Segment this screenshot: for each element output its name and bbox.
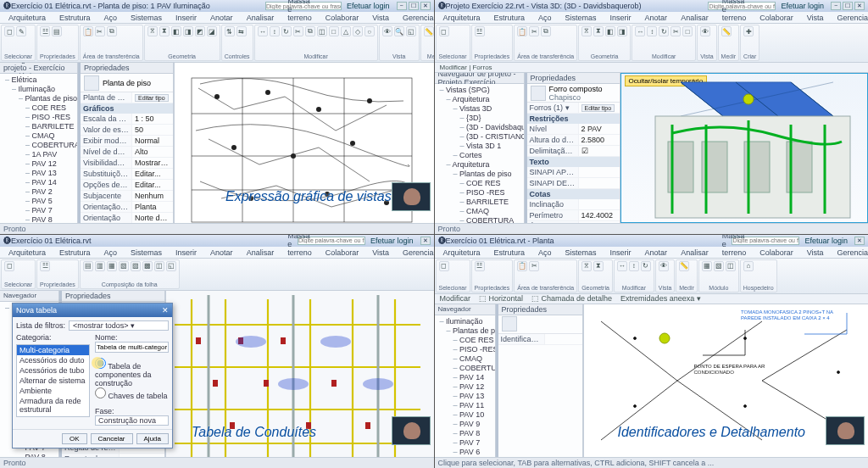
property-row[interactable]: Recorte de anotação xyxy=(62,454,164,458)
tree-node[interactable]: COE RES xyxy=(5,103,75,113)
property-row[interactable]: OrientaçãoNorte do projeto xyxy=(81,213,173,223)
max-button[interactable]: ☐ xyxy=(843,2,853,10)
ribbon-tab[interactable]: Gerenciar xyxy=(834,248,868,258)
filter-dropdown[interactable]: <mostrar todos> ▾ xyxy=(69,320,169,331)
ribbon-button[interactable]: ✚ xyxy=(743,26,754,36)
ribbon-button[interactable]: ⇅ xyxy=(225,26,235,36)
ribbon-tab[interactable]: Arquitetura xyxy=(5,13,49,23)
ribbon-tab[interactable]: Gerenciar xyxy=(399,248,433,258)
ribbon-button[interactable]: 📏 xyxy=(679,261,689,271)
tree-node[interactable]: COBERTURA xyxy=(440,216,522,223)
type-selector[interactable]: Planta de piso: 1 PAV... ▾ xyxy=(81,92,132,103)
ribbon-button[interactable]: 📋 xyxy=(517,26,527,36)
category-item[interactable]: Alternar de sistema xyxy=(17,376,89,386)
tree-node[interactable]: PAV 14 xyxy=(5,178,75,187)
ribbon-tab[interactable]: Vista xyxy=(369,13,392,23)
ribbon-button[interactable]: ↔ xyxy=(258,26,268,36)
ribbon-tab[interactable]: Analisar xyxy=(677,13,712,23)
category-item[interactable]: Armadura do caminho estrutural xyxy=(17,415,89,417)
property-row[interactable]: SubjacenteNenhum xyxy=(81,191,173,202)
ribbon-tab[interactable]: Sistemas xyxy=(127,248,165,258)
ribbon-tab[interactable]: Inserir xyxy=(607,13,635,23)
ribbon-button[interactable]: ⧉ xyxy=(305,26,315,36)
ribbon-tab[interactable]: Anotar xyxy=(642,13,671,23)
tree-node[interactable]: PAV 7 xyxy=(5,206,75,215)
ribbon-button[interactable]: ⧉ xyxy=(541,26,551,36)
ribbon-button[interactable]: 👁 xyxy=(659,261,669,271)
option-item[interactable]: Modificar xyxy=(440,294,471,303)
tree-node[interactable]: Cortes xyxy=(440,151,522,160)
ribbon-tab[interactable]: Vista xyxy=(369,248,392,258)
project-browser-tree[interactable]: ElétricaIluminaçãoPlantas de pisoCOE RES… xyxy=(0,74,77,223)
ribbon-tab[interactable]: Arquitetura xyxy=(440,13,484,23)
tree-node[interactable]: PAV 8 xyxy=(5,215,75,223)
properties-header[interactable]: Propriedades xyxy=(498,304,582,315)
ribbon-button[interactable]: 👁 xyxy=(700,26,710,36)
close-button[interactable]: ✕ xyxy=(854,2,865,10)
drawing-canvas[interactable]: Expressão gráfica de vistas xyxy=(174,63,434,223)
project-browser-header[interactable]: Navegador de projeto - Exercício 01 Elét… xyxy=(0,63,77,74)
ribbon-button[interactable]: ✂ xyxy=(529,26,539,36)
category-list[interactable]: Multi-categoriaAcessórios do dutoAcessór… xyxy=(16,344,90,417)
tree-node[interactable]: Plantas de piso xyxy=(440,326,493,336)
login-link[interactable]: Efetuar login xyxy=(781,2,824,10)
ribbon-button[interactable]: 🔍 xyxy=(394,26,404,36)
ribbon-tab[interactable]: Aço xyxy=(101,13,121,23)
ribbon-button[interactable]: ✂ xyxy=(293,26,303,36)
property-row[interactable]: Substituições Vi...Editar... xyxy=(81,169,173,180)
close-button[interactable]: ✕ xyxy=(854,237,865,245)
ribbon-button[interactable]: ◻ xyxy=(4,261,14,271)
ok-button[interactable]: OK xyxy=(62,433,87,444)
ribbon-button[interactable]: ◪ xyxy=(207,26,217,36)
titlebar[interactable]: 🅡 Exercício 01 Elétrica.rvt - Planta de … xyxy=(0,0,434,12)
tree-node[interactable]: CMAQ xyxy=(440,354,493,364)
close-button[interactable]: ✕ xyxy=(420,2,431,10)
tree-node[interactable]: COBERTURA xyxy=(5,141,75,150)
project-browser-tree[interactable]: IluminaçãoPlantas de pisoCOE RESPISO -RE… xyxy=(435,315,495,458)
tree-node[interactable]: BARRILETE xyxy=(440,198,522,207)
ribbon-button[interactable]: ✂ xyxy=(529,261,539,271)
property-row[interactable]: Escala da vista1 : 50 xyxy=(81,114,173,125)
option-item[interactable]: ⬚ Horizontal xyxy=(479,294,523,303)
ribbon-button[interactable]: ⧗ xyxy=(593,261,604,271)
property-row[interactable]: Orientação sobr...Planta xyxy=(81,202,173,213)
ribbon-button[interactable]: ▥ xyxy=(95,261,105,271)
ribbon-button[interactable]: 📏 xyxy=(721,26,732,36)
tree-node[interactable]: 1A PAV xyxy=(5,150,75,159)
type-selector[interactable]: Identificadores de eq... ▾ xyxy=(498,334,545,344)
edit-type-button[interactable]: Editar tipo xyxy=(135,94,169,102)
tree-node[interactable]: Plantas de piso xyxy=(440,170,522,179)
min-button[interactable]: − xyxy=(831,2,841,10)
ribbon-button[interactable]: ◨ xyxy=(183,26,193,36)
property-row[interactable]: Perímetro142.4002 xyxy=(527,210,620,221)
properties-header[interactable]: Propriedades xyxy=(81,63,173,74)
ribbon-tab[interactable]: Aço xyxy=(535,13,555,23)
property-row[interactable]: Altura do desloca...2.5800 xyxy=(527,135,620,146)
ribbon-button[interactable]: ▤ xyxy=(83,261,93,271)
ribbon-button[interactable]: ↻ xyxy=(641,261,651,271)
ribbon-tab[interactable]: Vista xyxy=(804,13,827,23)
property-value[interactable]: Nenhum xyxy=(132,191,173,201)
tree-node[interactable]: CMAQ xyxy=(5,131,75,141)
ribbon-button[interactable]: ✎ xyxy=(16,26,26,36)
properties-header[interactable]: Propriedades xyxy=(527,73,620,84)
ribbon-button[interactable]: ☳ xyxy=(475,26,485,36)
ribbon-button[interactable]: ◫ xyxy=(317,26,327,36)
edit-type-button[interactable]: Editar tipo xyxy=(581,104,615,112)
property-value[interactable]: Editar... xyxy=(132,169,173,179)
ribbon-tab[interactable]: Inserir xyxy=(607,248,635,258)
ribbon-button[interactable]: ◧ xyxy=(171,26,181,36)
tree-node[interactable]: PISO -RES xyxy=(440,188,522,198)
tree-node[interactable]: Vistas 3D xyxy=(440,104,522,114)
property-value[interactable] xyxy=(579,199,620,209)
ribbon-button[interactable]: ◫ xyxy=(154,261,164,271)
ribbon-tab[interactable]: Analisar xyxy=(243,248,278,258)
category-item[interactable]: Ambiente xyxy=(17,386,89,396)
3d-canvas[interactable]: Ocultar/isolar temporário xyxy=(620,73,869,223)
help-button[interactable]: Ajuda xyxy=(136,433,169,444)
ribbon-tab[interactable]: Anotar xyxy=(642,248,671,258)
ribbon-button[interactable]: ↕ xyxy=(629,261,639,271)
tree-node[interactable]: PAV 8 xyxy=(5,453,57,458)
login-link[interactable]: Efetuar login xyxy=(804,237,848,245)
property-value[interactable]: 142.4002 xyxy=(579,210,620,220)
